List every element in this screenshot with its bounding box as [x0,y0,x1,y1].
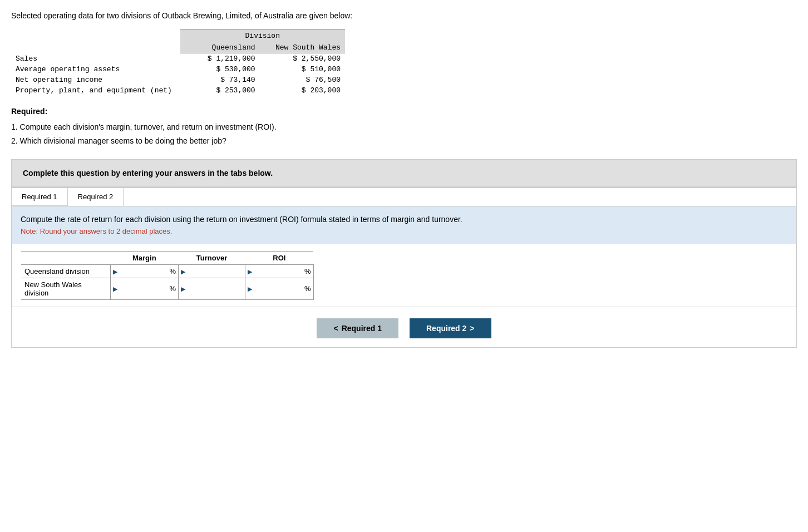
value-col2: $ 203,000 [260,85,345,96]
margin-cell-0[interactable]: ▶% [110,264,179,278]
value-col2: $ 2,550,000 [260,53,345,65]
answer-col-header-2: Turnover [179,251,245,264]
data-table-row: Average operating assets $ 530,000 $ 510… [11,64,345,75]
next-label: Required 2 [426,324,466,333]
info-main-text: Compute the rate of return for each divi… [21,213,787,225]
next-chevron: > [470,324,474,333]
required-item: 1. Compute each division's margin, turno… [11,120,797,134]
value-col2: $ 76,500 [260,75,345,85]
answer-row-1: New South Wales division▶%▶▶% [21,278,313,299]
nav-buttons: < Required 1 Required 2 > [12,318,796,347]
row-label: Property, plant, and equipment (net) [11,85,180,96]
turnover-input-1[interactable] [186,283,237,294]
turnover-cell-0[interactable]: ▶ [179,264,245,278]
data-table-row: Sales $ 1,219,000 $ 2,550,000 [11,53,345,65]
prev-button[interactable]: < Required 1 [317,318,398,338]
complete-box-text: Complete this question by entering your … [23,169,273,178]
roi-input-1[interactable] [253,283,303,294]
required-list: 1. Compute each division's margin, turno… [11,120,797,148]
next-button[interactable]: Required 2 > [410,318,491,338]
answer-row-label-1: New South Wales division [21,278,110,299]
prev-label: Required 1 [342,324,382,333]
row-label: Sales [11,53,180,65]
row-label: Net operating income [11,75,180,85]
answer-col-header-3: ROI [245,251,314,264]
margin-cell-1[interactable]: ▶% [110,278,179,299]
turnover-cell-1[interactable]: ▶ [179,278,245,299]
required-heading: Required: [11,107,797,116]
value-col1: $ 73,140 [180,75,260,85]
answer-col-header-0 [21,251,110,264]
col1-header: Queensland [180,42,260,53]
value-col1: $ 1,219,000 [180,53,260,65]
intro-text: Selected operating data for two division… [11,11,797,20]
complete-box: Complete this question by entering your … [11,159,797,187]
roi-input-0[interactable] [253,266,303,277]
turnover-input-0[interactable] [186,266,237,277]
tabs-wrapper: Required 1Required 2 Compute the rate of… [11,187,797,347]
prev-chevron: < [333,324,338,333]
answer-col-header-1: Margin [110,251,179,264]
answer-table: MarginTurnoverROI Queensland division▶%▶… [21,251,314,300]
data-table-row: Property, plant, and equipment (net) $ 2… [11,85,345,96]
division-header: Division [180,29,346,43]
roi-cell-0[interactable]: ▶% [245,264,314,278]
tabs-row: Required 1Required 2 [12,188,796,206]
value-col1: $ 530,000 [180,64,260,75]
roi-cell-1[interactable]: ▶% [245,278,314,299]
note-text: Note: Round your answers to 2 decimal pl… [21,226,787,238]
required-item: 2. Which divisional manager seems to be … [11,134,797,148]
tab-required-2[interactable]: Required 2 [68,188,124,206]
answer-row-label-0: Queensland division [21,264,110,278]
answer-table-wrapper: MarginTurnoverROI Queensland division▶%▶… [12,244,796,307]
margin-input-0[interactable] [119,266,169,277]
row-label: Average operating assets [11,64,180,75]
answer-row-0: Queensland division▶%▶▶% [21,264,313,278]
info-panel: Compute the rate of return for each divi… [12,206,796,244]
value-col1: $ 253,000 [180,85,260,96]
value-col2: $ 510,000 [260,64,345,75]
tab-required-1[interactable]: Required 1 [12,188,68,206]
data-table: Division Queensland New South Wales Sale… [11,29,345,96]
data-table-row: Net operating income $ 73,140 $ 76,500 [11,75,345,85]
col2-header: New South Wales [260,42,345,53]
margin-input-1[interactable] [119,283,169,294]
